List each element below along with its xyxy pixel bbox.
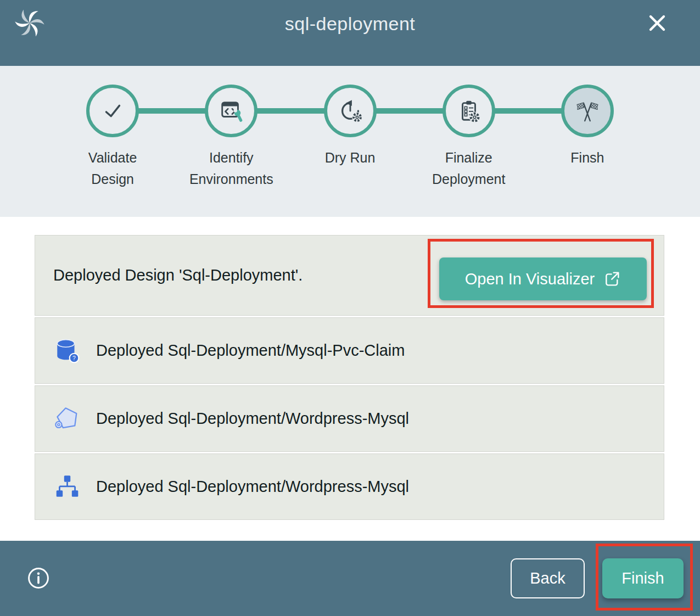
external-link-icon xyxy=(603,270,621,288)
close-icon[interactable] xyxy=(646,12,668,34)
svg-text:?: ? xyxy=(72,355,76,361)
finish-button[interactable]: Finish xyxy=(602,558,684,598)
modal-footer: Back Finish xyxy=(0,541,700,616)
modal-header: sql-deployment xyxy=(0,0,700,66)
deployed-design-text: Deployed Design 'Sql-Deployment'. xyxy=(53,266,303,284)
step-dry-run: Dry Run xyxy=(290,66,409,190)
deployed-item-row: ? Deployed Sql-Deployment/Mysql-Pvc-Clai… xyxy=(35,317,664,384)
deployed-item-row: Deployed Sql-Deployment/Wordpress-Mysql xyxy=(35,385,664,452)
step-circle xyxy=(561,85,614,137)
code-wrench-icon xyxy=(219,98,244,124)
deployed-item-text: Deployed Sql-Deployment/Wordpress-Mysql xyxy=(96,410,409,428)
step-circle xyxy=(324,85,377,137)
back-button[interactable]: Back xyxy=(511,558,585,598)
step-label: ValidateDesign xyxy=(88,147,137,190)
deployment-tree-icon xyxy=(53,473,81,501)
deployment-stepper: ValidateDesign IdentifyEnvironments xyxy=(0,66,700,217)
finish-flags-icon xyxy=(575,98,600,124)
modal-title: sql-deployment xyxy=(0,13,700,35)
open-in-visualizer-button[interactable]: Open In Visualizer xyxy=(439,257,647,300)
step-label: FinalizeDeployment xyxy=(432,147,505,190)
step-label: IdentifyEnvironments xyxy=(189,147,273,190)
step-circle xyxy=(205,85,257,137)
results-panel: Deployed Design 'Sql-Deployment'. Open I… xyxy=(0,217,700,541)
service-pentagon-icon xyxy=(53,405,81,433)
step-label: Dry Run xyxy=(325,147,376,169)
database-icon: ? xyxy=(53,337,81,365)
deployed-item-text: Deployed Sql-Deployment/Wordpress-Mysql xyxy=(96,478,409,496)
deployed-design-row: Deployed Design 'Sql-Deployment'. Open I… xyxy=(35,235,664,316)
deployed-item-row: Deployed Sql-Deployment/Wordpress-Mysql xyxy=(35,453,664,520)
step-circle xyxy=(86,85,139,137)
step-circle xyxy=(443,85,495,137)
step-finalize-deployment: FinalizeDeployment xyxy=(410,66,528,190)
step-label: Finsh xyxy=(570,147,604,169)
sync-gear-icon xyxy=(338,98,363,124)
open-in-visualizer-highlight: Open In Visualizer xyxy=(428,239,654,308)
deployment-wizard-modal: sql-deployment ValidateDesign xyxy=(0,0,700,616)
info-icon[interactable] xyxy=(26,566,51,590)
clipboard-gear-icon xyxy=(456,98,481,124)
open-in-visualizer-label: Open In Visualizer xyxy=(465,270,595,288)
step-validate-design: ValidateDesign xyxy=(53,66,172,190)
deployed-item-text: Deployed Sql-Deployment/Mysql-Pvc-Claim xyxy=(96,341,405,360)
step-identify-environments: IdentifyEnvironments xyxy=(172,66,290,190)
step-finish: Finsh xyxy=(528,66,647,190)
check-icon xyxy=(100,98,125,124)
